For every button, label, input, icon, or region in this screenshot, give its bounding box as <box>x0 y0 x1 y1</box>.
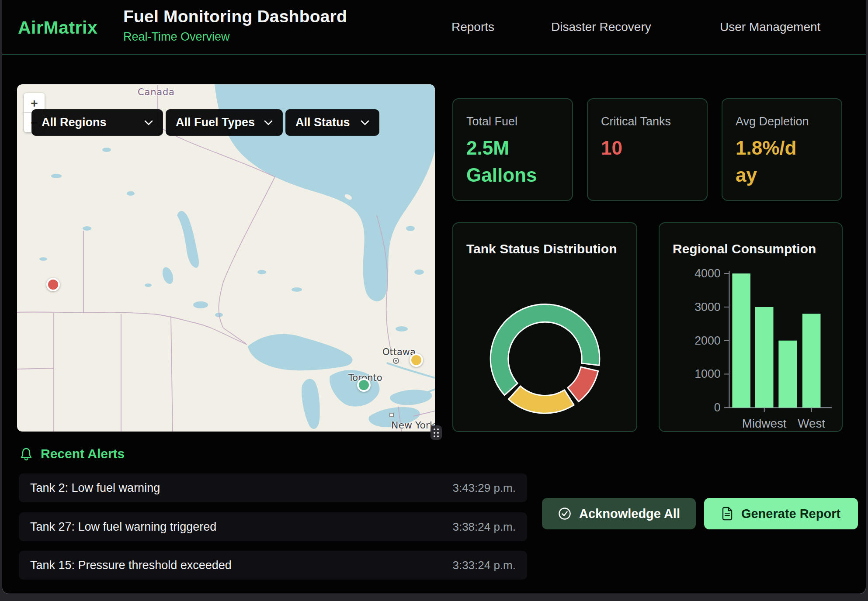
app-header: AirMatrix Fuel Monitoring Dashboard Real… <box>2 0 866 55</box>
bar <box>732 273 750 408</box>
kpi-value: 1.8%/day <box>736 135 806 189</box>
y-tick-label: 2000 <box>694 334 720 347</box>
kpi-label: Total Fuel <box>466 115 559 128</box>
chevron-down-icon <box>361 120 369 125</box>
x-tick-label: Midwest <box>742 417 787 430</box>
y-tick-label: 0 <box>714 401 721 414</box>
kpi-critical-tanks: Critical Tanks 10 <box>587 98 708 201</box>
check-circle-icon <box>558 507 572 521</box>
chevron-down-icon <box>144 120 153 125</box>
document-icon <box>722 507 734 521</box>
x-tick-label: West <box>798 417 825 430</box>
alert-time: 3:43:29 p.m. <box>452 481 516 495</box>
kpi-value: 10 <box>601 135 694 162</box>
acknowledge-all-label: Acknowledge All <box>579 507 680 521</box>
dashboard-window: AirMatrix Fuel Monitoring Dashboard Real… <box>2 0 866 594</box>
kpi-value: 2.5M Gallons <box>466 135 556 189</box>
chevron-down-icon <box>264 120 273 125</box>
title-block: Fuel Monitoring Dashboard Real-Time Over… <box>123 7 347 44</box>
region-filter-dropdown[interactable]: All Regions <box>31 109 163 136</box>
donut-segment-critical <box>568 367 598 401</box>
town-symbol-icon <box>393 358 399 364</box>
generate-report-label: Generate Report <box>741 507 840 521</box>
alerts-title: Recent Alerts <box>41 446 125 461</box>
map-marker-critical[interactable] <box>46 278 60 291</box>
kpi-label: Critical Tanks <box>601 115 694 128</box>
generate-report-button[interactable]: Generate Report <box>704 498 858 529</box>
alert-text: Tank 2: Low fuel warning <box>30 481 160 495</box>
status-filter-value: All Status <box>295 116 350 129</box>
y-tick-label: 3000 <box>694 300 720 314</box>
kpi-label: Avg Depletion <box>736 115 828 128</box>
alert-text: Tank 15: Pressure threshold exceeded <box>30 559 232 572</box>
nav-disaster-recovery[interactable]: Disaster Recovery <box>551 20 651 34</box>
alert-row[interactable]: Tank 27: Low fuel warning triggered 3:38… <box>19 512 527 541</box>
map-label-canada: Canada <box>138 87 175 97</box>
map-marker-warning[interactable] <box>410 353 423 367</box>
acknowledge-all-button[interactable]: Acknowledge All <box>542 498 696 529</box>
regional-consumption-bar-chart: 01000200030004000MidwestWest <box>660 223 842 431</box>
page-subtitle: Real-Time Overview <box>123 30 347 44</box>
page-title: Fuel Monitoring Dashboard <box>123 7 347 26</box>
alert-time: 3:33:24 p.m. <box>452 559 516 572</box>
regional-consumption-bar-card: Regional Consumption 01000200030004000Mi… <box>659 222 843 432</box>
city-symbol-icon <box>389 413 394 417</box>
y-tick-label: 1000 <box>694 367 720 380</box>
y-tick-label: 4000 <box>694 267 720 280</box>
brand-logo: AirMatrix <box>18 17 97 38</box>
fuel-sites-map[interactable]: Canada Ottawa Toronto New York + − All R… <box>17 84 435 432</box>
alert-text: Tank 27: Low fuel warning triggered <box>30 520 216 534</box>
nav-user-management[interactable]: User Management <box>720 20 820 34</box>
fuel-type-filter-value: All Fuel Types <box>176 116 255 129</box>
tank-status-donut-card: Tank Status Distribution <box>452 222 637 432</box>
alert-time: 3:38:24 p.m. <box>452 520 516 534</box>
donut-segment-warning <box>508 386 574 413</box>
kpi-avg-depletion: Avg Depletion 1.8%/day <box>722 98 842 201</box>
status-filter-dropdown[interactable]: All Status <box>285 109 379 136</box>
map-label-new-york: New York <box>391 420 435 431</box>
alert-row[interactable]: Tank 2: Low fuel warning 3:43:29 p.m. <box>19 473 527 502</box>
alert-row[interactable]: Tank 15: Pressure threshold exceeded 3:3… <box>19 551 527 580</box>
drag-handle-icon[interactable] <box>431 425 442 440</box>
kpi-total-fuel: Total Fuel 2.5M Gallons <box>452 98 573 201</box>
bar <box>755 307 774 408</box>
bell-icon <box>20 447 33 461</box>
alerts-header: Recent Alerts <box>20 446 125 461</box>
region-filter-value: All Regions <box>42 116 107 129</box>
nav-reports[interactable]: Reports <box>451 20 494 34</box>
bar <box>802 314 821 408</box>
tank-status-donut-chart <box>453 223 636 431</box>
fuel-type-filter-dropdown[interactable]: All Fuel Types <box>166 109 283 136</box>
map-marker-normal[interactable] <box>357 378 371 392</box>
bar <box>778 341 797 408</box>
